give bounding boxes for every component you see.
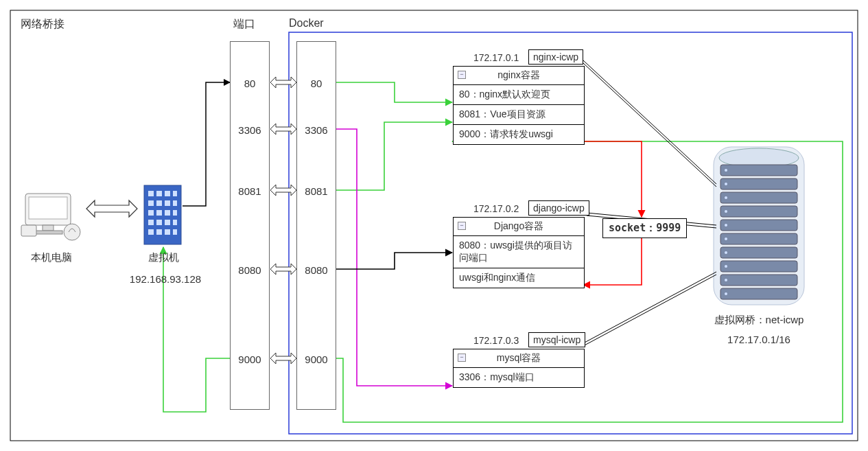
nginx-ip: 172.17.0.1 <box>473 52 519 63</box>
svg-point-44 <box>725 210 727 213</box>
svg-point-30 <box>719 148 799 167</box>
nginx-container: − nginx容器 80：nginx默认欢迎页 8081：Vue项目资源 900… <box>453 66 585 145</box>
label-ports: 端口 <box>233 17 255 32</box>
django-name-tag: django-icwp <box>528 200 589 216</box>
svg-rect-21 <box>148 220 154 225</box>
mysql-container: − mysql容器 3306：mysql端口 <box>453 349 585 388</box>
label-virtual-bridge: 虚拟网桥：net-icwp <box>697 314 821 327</box>
label-vm-ip: 192.168.93.128 <box>121 273 210 285</box>
svg-rect-12 <box>173 191 177 196</box>
svg-rect-26 <box>156 229 162 235</box>
label-docker: Docker <box>289 17 324 30</box>
django-container: − Django容器 8080：uwsgi提供的项目访问端口 uwsgi和ngi… <box>453 217 585 288</box>
svg-rect-8 <box>144 185 181 244</box>
label-virtual-bridge-ip: 172.17.0.1/16 <box>697 334 821 345</box>
svg-rect-35 <box>720 220 797 231</box>
label-network-bridge: 网络桥接 <box>21 17 64 32</box>
svg-rect-38 <box>720 261 797 272</box>
svg-rect-13 <box>148 200 154 206</box>
svg-rect-36 <box>720 233 797 244</box>
django-title: Django容器 <box>494 220 543 231</box>
mysql-title: mysql容器 <box>497 352 541 363</box>
svg-point-7 <box>64 224 80 240</box>
svg-rect-10 <box>156 191 162 196</box>
svg-point-41 <box>725 169 727 172</box>
django-row-uwsgi: uwsgi和nginx通信 <box>454 268 584 288</box>
docker-port-80: 80 <box>297 78 336 89</box>
svg-rect-34 <box>720 206 797 217</box>
svg-rect-2 <box>25 194 71 225</box>
nginx-name-tag: nginx-icwp <box>528 49 583 65</box>
nginx-row-8081: 8081：Vue项目资源 <box>454 104 584 124</box>
svg-rect-4 <box>43 225 54 231</box>
svg-rect-22 <box>156 220 162 225</box>
nginx-title-row: − nginx容器 <box>454 67 584 85</box>
nginx-row-9000: 9000：请求转发uwsgi <box>454 124 584 144</box>
svg-rect-23 <box>165 220 170 225</box>
pc-icon <box>21 194 80 240</box>
svg-rect-3 <box>29 197 67 219</box>
svg-point-49 <box>725 279 727 281</box>
svg-rect-0 <box>10 10 858 441</box>
django-row-8080: 8080：uwsgi提供的项目访问端口 <box>454 236 584 268</box>
svg-rect-11 <box>165 191 170 196</box>
svg-rect-14 <box>156 200 162 206</box>
svg-rect-20 <box>173 210 177 216</box>
label-local-pc: 本机电脑 <box>24 251 79 264</box>
svg-rect-25 <box>148 229 154 235</box>
svg-rect-31 <box>720 165 797 176</box>
host-port-3306: 3306 <box>231 124 269 136</box>
mysql-ip: 172.17.0.3 <box>473 335 519 346</box>
svg-rect-28 <box>173 229 177 235</box>
svg-rect-15 <box>165 200 170 206</box>
diagram-root: 网络桥接 端口 Docker 本机电脑 虚拟机 192.168.93.128 虚… <box>0 0 868 451</box>
svg-rect-24 <box>173 220 177 225</box>
nginx-title: nginx容器 <box>497 69 539 80</box>
svg-rect-18 <box>156 210 162 216</box>
svg-rect-5 <box>34 231 62 234</box>
mysql-title-row: − mysql容器 <box>454 349 584 368</box>
nginx-row-80: 80：nginx默认欢迎页 <box>454 85 584 104</box>
svg-point-48 <box>725 265 727 268</box>
svg-rect-39 <box>720 275 797 286</box>
svg-rect-33 <box>720 192 797 203</box>
collapse-icon[interactable]: − <box>458 354 466 362</box>
svg-rect-9 <box>148 191 154 196</box>
host-port-8081: 8081 <box>231 185 269 197</box>
socket-box: socket：9999 <box>602 218 687 238</box>
svg-line-52 <box>583 63 716 187</box>
svg-rect-19 <box>165 210 170 216</box>
label-vm: 虚拟机 <box>139 251 188 264</box>
svg-rect-37 <box>720 247 797 258</box>
svg-point-45 <box>725 224 727 227</box>
vm-icon <box>144 185 181 244</box>
svg-point-47 <box>725 251 727 254</box>
mysql-name-tag: mysql-icwp <box>528 332 585 347</box>
collapse-icon[interactable]: − <box>458 222 466 230</box>
server-icon <box>714 147 804 305</box>
svg-point-46 <box>725 238 727 240</box>
mysql-row-3306: 3306：mysql端口 <box>454 368 584 387</box>
docker-port-9000: 9000 <box>297 354 336 365</box>
svg-line-56 <box>583 275 716 346</box>
host-port-80: 80 <box>231 78 269 89</box>
docker-port-3306: 3306 <box>297 124 336 136</box>
svg-underlay <box>0 0 868 451</box>
collapse-icon[interactable]: − <box>458 71 466 79</box>
svg-point-43 <box>725 196 727 199</box>
docker-port-8081: 8081 <box>297 185 336 197</box>
svg-line-51 <box>583 60 716 184</box>
svg-rect-27 <box>165 229 170 235</box>
svg-rect-6 <box>21 225 36 236</box>
svg-point-50 <box>725 292 727 295</box>
svg-rect-32 <box>720 178 797 189</box>
docker-port-8080: 8080 <box>297 264 336 276</box>
svg-point-42 <box>725 183 727 185</box>
svg-rect-16 <box>173 200 177 206</box>
svg-line-55 <box>583 272 716 343</box>
port-column-docker: 80 3306 8081 8080 9000 <box>296 41 336 410</box>
django-ip: 172.17.0.2 <box>473 203 519 214</box>
port-column-host: 80 3306 8081 8080 9000 <box>230 41 270 410</box>
svg-rect-40 <box>720 288 797 299</box>
svg-rect-17 <box>148 210 154 216</box>
